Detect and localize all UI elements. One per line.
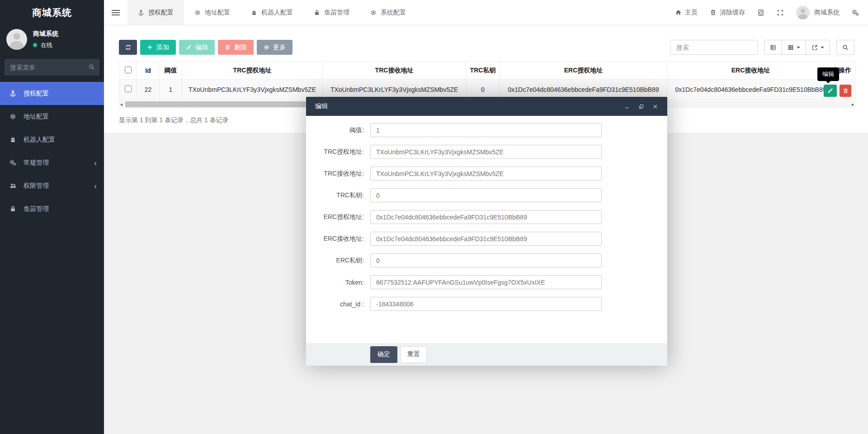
- cell-id: 22: [137, 80, 160, 100]
- erc-receive-address-field[interactable]: [370, 232, 602, 246]
- add-button[interactable]: 添加: [140, 40, 176, 55]
- trash-icon: [225, 44, 231, 50]
- sidebar: 商城系统 商城系统 在线 授权配置 地址配置 机器人配置 常规管理: [0, 0, 104, 434]
- erc-auth-address-field[interactable]: [370, 210, 602, 224]
- header-select-all: [119, 62, 137, 80]
- sidebar-item-robot-config[interactable]: 机器人配置: [0, 128, 104, 151]
- list-view-icon: [770, 44, 776, 51]
- clear-cache-link[interactable]: 清除缓存: [710, 9, 745, 17]
- token-field[interactable]: [370, 275, 602, 289]
- settings-button[interactable]: [852, 9, 859, 16]
- row-edit-button[interactable]: [824, 85, 837, 97]
- threshold-field[interactable]: [370, 123, 602, 137]
- user-menu[interactable]: 商城系统: [796, 6, 840, 19]
- chevron-down-icon: [797, 47, 800, 48]
- field-label-trc-recv: TRC接收地址:: [306, 170, 364, 178]
- field-label-erc-key: ERC私钥:: [306, 257, 364, 265]
- gear-icon: [9, 113, 16, 120]
- add-label: 添加: [156, 43, 169, 52]
- cogs-icon: [852, 9, 859, 16]
- tab-label: 授权配置: [148, 9, 174, 17]
- minimize-icon[interactable]: [624, 104, 630, 110]
- chat-id-field[interactable]: [370, 297, 602, 311]
- table-tools-right: [670, 40, 854, 55]
- reset-button[interactable]: 重置: [401, 346, 427, 363]
- table-toolbar: 添加 编辑 删除 更多: [119, 40, 292, 55]
- dialog-title: 编辑: [315, 102, 328, 110]
- navbar-right: 主页 清除缓存 商城系统: [675, 0, 868, 25]
- search-icon: [89, 64, 95, 70]
- tab-fry-manage[interactable]: 鱼苗管理: [303, 0, 360, 25]
- delete-button[interactable]: 删除: [218, 40, 254, 55]
- grid-icon: [788, 44, 794, 51]
- row-delete-button[interactable]: [840, 85, 851, 97]
- toggle-view-button[interactable]: [764, 40, 782, 55]
- users-icon: [9, 182, 16, 189]
- sidebar-item-fry-manage[interactable]: 鱼苗管理: [0, 197, 104, 220]
- anchor-icon: [138, 10, 144, 16]
- cogs-icon: [9, 159, 16, 166]
- tab-address-config[interactable]: 地址配置: [184, 0, 241, 25]
- refresh-page-icon: [757, 9, 764, 16]
- record-summary: 显示第 1 到第 1 条记录，总共 1 条记录: [119, 116, 229, 124]
- table-search-input[interactable]: [670, 40, 758, 55]
- export-button[interactable]: [806, 40, 830, 55]
- sidebar-item-address-config[interactable]: 地址配置: [0, 105, 104, 128]
- export-icon: [811, 44, 818, 51]
- brand-title: 商城系统: [0, 0, 104, 25]
- trc-auth-address-field[interactable]: [370, 145, 602, 159]
- field-label-erc-auth: ERC授权地址:: [306, 213, 364, 221]
- tab-robot-config[interactable]: 机器人配置: [241, 0, 303, 25]
- scroll-left-arrow[interactable]: ◂: [120, 101, 123, 108]
- trc-private-key-field[interactable]: [370, 188, 602, 202]
- sidebar-item-label: 权限管理: [24, 182, 49, 190]
- user-panel: 商城系统 在线: [0, 25, 104, 55]
- sidebar-item-permission-manage[interactable]: 权限管理 ‹: [0, 174, 104, 197]
- pencil-icon: [827, 88, 833, 94]
- more-button[interactable]: 更多: [257, 40, 292, 55]
- columns-button[interactable]: [782, 40, 806, 55]
- home-label: 主页: [685, 9, 698, 17]
- erc-private-key-field[interactable]: [370, 253, 602, 267]
- search-toggle-button[interactable]: [836, 40, 854, 55]
- sidebar-toggle-button[interactable]: [104, 0, 127, 25]
- sidebar-menu: 授权配置 地址配置 机器人配置 常规管理 ‹ 权限管理 ‹ 鱼苗管理: [0, 82, 104, 220]
- tab-system-config[interactable]: 系统配置: [360, 0, 416, 25]
- confirm-button[interactable]: 确定: [370, 346, 397, 363]
- online-dot-icon: [33, 43, 37, 47]
- field-label-token: Token:: [306, 279, 364, 286]
- select-all-checkbox[interactable]: [125, 67, 132, 73]
- table-header-row: Id 阈值 TRC授权地址 TRC接收地址 TRC私钥 ERC授权地址 ERC接…: [119, 62, 856, 80]
- close-icon[interactable]: [652, 104, 658, 110]
- sidebar-search-input[interactable]: [5, 59, 99, 76]
- delete-label: 删除: [234, 43, 247, 52]
- fullscreen-button[interactable]: [777, 9, 784, 16]
- tab-label: 鱼苗管理: [324, 9, 349, 17]
- sidebar-item-general-manage[interactable]: 常规管理 ‹: [0, 151, 104, 174]
- robot-icon: [9, 136, 16, 143]
- refresh-button[interactable]: [119, 40, 137, 55]
- view-button-group: [764, 40, 830, 55]
- sidebar-search: [5, 59, 99, 76]
- lock-icon: [9, 205, 16, 212]
- chevron-left-icon: ‹: [94, 159, 97, 167]
- edit-button[interactable]: 编辑: [179, 40, 215, 55]
- anchor-icon: [9, 90, 16, 97]
- maximize-icon[interactable]: [638, 104, 644, 110]
- scroll-right-arrow[interactable]: ▸: [852, 101, 854, 108]
- refresh-page-button[interactable]: [757, 9, 764, 16]
- dialog-header[interactable]: 编辑: [306, 97, 667, 116]
- refresh-icon: [125, 44, 131, 50]
- more-label: 更多: [273, 43, 286, 52]
- data-table: Id 阈值 TRC授权地址 TRC接收地址 TRC私钥 ERC授权地址 ERC接…: [119, 62, 856, 100]
- home-link[interactable]: 主页: [675, 9, 698, 17]
- gear-icon: [194, 10, 201, 16]
- tab-auth-config[interactable]: 授权配置: [127, 0, 184, 25]
- home-icon: [675, 9, 682, 16]
- fullscreen-icon: [777, 9, 784, 16]
- sidebar-item-auth-config[interactable]: 授权配置: [0, 82, 104, 105]
- trc-receive-address-field[interactable]: [370, 167, 602, 181]
- row-checkbox[interactable]: [125, 86, 132, 92]
- top-navbar: 授权配置 地址配置 机器人配置 鱼苗管理 系统配置 主页: [104, 0, 868, 25]
- dialog-footer: 确定 重置: [306, 343, 667, 366]
